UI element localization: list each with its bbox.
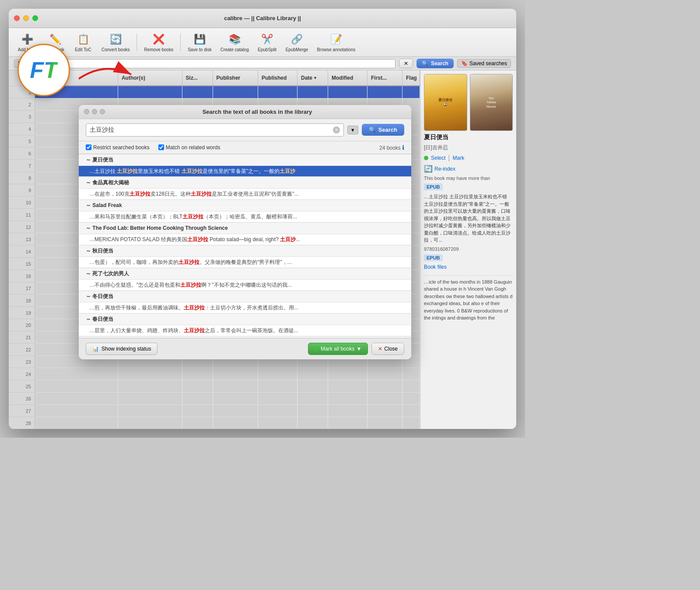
remove-books-button[interactable]: ❌ Remove books bbox=[140, 31, 177, 54]
restrict-books-checkbox[interactable] bbox=[86, 144, 91, 150]
row-10: 10 bbox=[9, 197, 35, 209]
row-27: 27 bbox=[9, 405, 35, 417]
result-item[interactable]: …不由得心生疑惑。"怎么还是荷包蛋和土豆沙拉啊？"不知不觉之中嘟囔出这句话的我.… bbox=[79, 280, 411, 291]
col-size[interactable]: Siz... bbox=[182, 70, 213, 85]
result-group-header: ～ 春日便当 bbox=[79, 313, 411, 325]
maximize-window-button[interactable] bbox=[32, 15, 38, 21]
col-first[interactable]: First... bbox=[368, 70, 402, 85]
result-group-header: ～ 冬日便当 bbox=[79, 291, 411, 302]
row-9: 9 bbox=[9, 184, 35, 197]
table-row[interactable] bbox=[35, 417, 420, 429]
remove-books-icon: ❌ bbox=[152, 32, 166, 46]
result-item[interactable]: …包蛋），配司司，咖啡，再加外卖的土豆沙拉。父亲做的晚餐是典型的"男子料理"，.… bbox=[79, 257, 411, 268]
reindex-link[interactable]: Re-index bbox=[434, 166, 455, 172]
mark-link[interactable]: Mark bbox=[453, 155, 465, 161]
table-row[interactable] bbox=[35, 368, 420, 380]
reindex-row: 🔄 Re-index bbox=[424, 165, 513, 173]
window-title: calibre — || Calibre Library || bbox=[224, 15, 301, 21]
edit-toc-button[interactable]: 📋 Edit ToC bbox=[70, 31, 96, 54]
restrict-books-checkbox-label[interactable]: Restrict searched books bbox=[86, 144, 150, 151]
minimize-window-button[interactable] bbox=[23, 15, 29, 21]
col-modified[interactable]: Modified bbox=[328, 70, 368, 85]
search-bar: Virtual ✕ 🔍 Search 🔖 Saved searches bbox=[9, 57, 516, 70]
book-cover-1: 夏日便当🍱 bbox=[424, 74, 467, 131]
epubmerge-button[interactable]: 🔗 EpubMerge bbox=[282, 31, 312, 54]
convert-books-button[interactable]: 🔄 Convert books bbox=[98, 31, 133, 54]
result-item[interactable]: …MERICAN POTATO SALAD 经典的美国土豆沙拉 Potato s… bbox=[79, 234, 411, 245]
saved-searches-button[interactable]: 🔖 Saved searches bbox=[457, 59, 511, 68]
epubsplit-icon: ✂️ bbox=[260, 32, 274, 46]
result-group-header: ～ 死了七次的男人 bbox=[79, 268, 411, 280]
col-authors[interactable]: Author(s) bbox=[118, 70, 182, 85]
row-6: 6 bbox=[9, 148, 35, 160]
dialog-window-controls bbox=[84, 109, 105, 114]
toolbar: ➕ Add book ✏️ Edit book 📋 Edit ToC 🔄 Con… bbox=[9, 28, 516, 57]
results-count: 24 books ℹ bbox=[379, 144, 404, 151]
dialog-clear-button[interactable]: ✕ bbox=[333, 126, 340, 133]
row-5: 5 bbox=[9, 135, 35, 148]
dialog-query-text: 土豆沙拉 bbox=[90, 126, 329, 134]
dialog-dropdown-button[interactable]: ▼ bbox=[347, 126, 358, 134]
row-23: 23 bbox=[9, 356, 35, 368]
match-related-checkbox-label[interactable]: Match on related words bbox=[158, 144, 220, 151]
table-row[interactable] bbox=[35, 393, 420, 405]
col-publisher[interactable]: Publisher bbox=[213, 70, 258, 85]
save-to-disk-button[interactable]: 💾 Save to disk bbox=[184, 31, 215, 54]
close-dialog-button[interactable]: ✕ Close bbox=[371, 343, 404, 355]
result-item[interactable]: …层里，人们大量串烧、鸡翅、炸鸡块、土豆沙拉之后，常常会叫上一碗茶泡饭。在酒徒.… bbox=[79, 325, 411, 336]
clear-search-button[interactable]: ✕ bbox=[399, 59, 413, 68]
table-row[interactable] bbox=[35, 86, 420, 98]
row-3: 3 bbox=[9, 111, 35, 123]
book-files-link[interactable]: Book files bbox=[424, 264, 513, 270]
row-14: 14 bbox=[9, 246, 35, 258]
close-window-button[interactable] bbox=[14, 15, 20, 21]
select-link[interactable]: Select bbox=[431, 155, 445, 161]
result-item[interactable]: …在超市，100克土豆沙拉卖128日元。这种土豆沙拉是加工业者使用土豆泥和"仿蛋… bbox=[79, 189, 411, 200]
search-input[interactable] bbox=[43, 60, 392, 67]
row-25: 25 bbox=[9, 380, 35, 393]
epubsplit-label: EpubSplit bbox=[258, 47, 276, 52]
col-flag[interactable]: Flag bbox=[402, 70, 420, 85]
table-row[interactable] bbox=[35, 405, 420, 417]
dialog-title-bar: Search the text of all books in the libr… bbox=[79, 105, 411, 119]
dialog-search-button[interactable]: 🔍 Search bbox=[362, 124, 404, 136]
create-catalog-button[interactable]: 📚 Create catalog bbox=[217, 31, 252, 54]
result-group-header: ～ The Food Lab: Better Home Cooking Thro… bbox=[79, 222, 411, 234]
row-19: 19 bbox=[9, 307, 35, 319]
count-indicator-icon: ℹ bbox=[402, 144, 404, 151]
book-description: …土豆沙拉 土豆沙拉里放玉米粒也不错 土豆沙拉是便当里的"常备菜"之一。一般的土… bbox=[424, 193, 513, 244]
refresh-icon: 🔄 bbox=[424, 165, 433, 173]
table-header: Title Author(s) Siz... Publisher Publish… bbox=[35, 70, 420, 86]
show-indexing-status-button[interactable]: 📊 Show indexing status bbox=[86, 343, 158, 355]
sort-arrow-icon: ▼ bbox=[313, 76, 317, 80]
indexing-icon: 📊 bbox=[92, 346, 99, 352]
row-number-panel: 1 2 3 4 5 6 7 8 9 10 11 12 13 14 15 16 1 bbox=[9, 70, 35, 429]
mark-all-dropdown-icon: ▼ bbox=[356, 346, 361, 352]
table-row[interactable] bbox=[35, 380, 420, 393]
browse-annotations-button[interactable]: 📝 Browse annotations bbox=[313, 31, 359, 54]
epubsplit-button[interactable]: ✂️ EpubSplit bbox=[254, 31, 280, 54]
row-numbers-list: 1 2 3 4 5 6 7 8 9 10 11 12 13 14 15 16 1 bbox=[9, 70, 35, 429]
result-item[interactable]: …煎，再放些干辣椒，最后用酱油调味。土豆沙拉：土豆切小方块，开水煮透后捞出。用.… bbox=[79, 302, 411, 313]
mark-all-books-button[interactable]: Mark all books ▼ bbox=[308, 343, 368, 355]
result-item[interactable]: …果和马苏里拉配嫩生菜（本页）；BLT土豆沙拉（本页）；哈密瓜、黄瓜、酸橙和薄荷… bbox=[79, 211, 411, 222]
col-published[interactable]: Published bbox=[258, 70, 298, 85]
match-related-checkbox[interactable] bbox=[158, 144, 164, 150]
search-bar-right: ✕ 🔍 Search 🔖 Saved searches bbox=[399, 59, 511, 68]
col-date[interactable]: Date ▼ bbox=[298, 70, 328, 85]
dialog-maximize-button[interactable] bbox=[100, 109, 105, 114]
convert-books-icon: 🔄 bbox=[108, 32, 122, 46]
book-isbn: 9780316087209 bbox=[424, 246, 513, 252]
save-to-disk-icon: 💾 bbox=[192, 32, 206, 46]
book-title: 夏日便当 bbox=[424, 133, 513, 141]
result-group-header: ～ Salad Freak bbox=[79, 200, 411, 211]
results-list[interactable]: ～ 夏日便当 …土豆沙拉 土豆沙拉里放玉米粒也不错 土豆沙拉是便当里的"常备菜"… bbox=[79, 154, 411, 338]
toolbar-separator-1 bbox=[136, 34, 137, 51]
dialog-close-button[interactable] bbox=[84, 109, 89, 114]
search-input-wrap bbox=[40, 59, 396, 68]
create-catalog-icon: 📚 bbox=[228, 32, 242, 46]
search-button[interactable]: 🔍 Search bbox=[416, 59, 454, 68]
row-7: 7 bbox=[9, 160, 35, 172]
dialog-minimize-button[interactable] bbox=[92, 109, 97, 114]
result-item[interactable]: …土豆沙拉 土豆沙拉里放玉米粒也不错 土豆沙拉是便当里的"常备菜"之一。一般的土… bbox=[79, 166, 411, 177]
